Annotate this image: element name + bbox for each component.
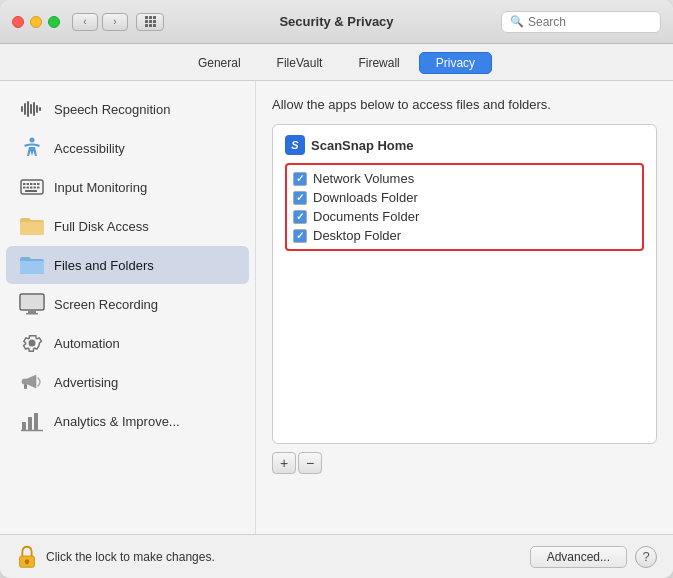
sidebar-item-analytics[interactable]: Analytics & Improve... <box>6 402 249 440</box>
svg-rect-17 <box>34 187 37 189</box>
accessibility-icon <box>18 134 46 162</box>
permission-label: Network Volumes <box>313 171 414 186</box>
remove-button[interactable]: − <box>298 452 322 474</box>
tab-firewall[interactable]: Firewall <box>341 52 416 74</box>
sidebar-item-label: Analytics & Improve... <box>54 414 180 429</box>
svg-rect-10 <box>27 183 30 185</box>
checkbox-network-volumes[interactable] <box>293 172 307 186</box>
waveform-icon <box>18 95 46 123</box>
svg-rect-31 <box>26 561 28 564</box>
maximize-button[interactable] <box>48 16 60 28</box>
gear-icon <box>18 329 46 357</box>
svg-rect-25 <box>22 422 26 430</box>
folder-blue-icon <box>18 251 46 279</box>
svg-rect-12 <box>34 183 37 185</box>
forward-button[interactable]: › <box>102 13 128 31</box>
svg-rect-14 <box>23 187 26 189</box>
grid-button[interactable] <box>136 13 164 31</box>
svg-rect-3 <box>30 104 32 114</box>
bottom-bar: Click the lock to make changes. Advanced… <box>0 534 673 578</box>
sidebar-item-screen-recording[interactable]: Screen Recording <box>6 285 249 323</box>
checkbox-documents-folder[interactable] <box>293 210 307 224</box>
apps-box[interactable]: S ScanSnap Home Network Volumes Download… <box>272 124 657 444</box>
main-content: Speech Recognition Accessibility <box>0 81 673 534</box>
titlebar: ‹ › Security & Privacy 🔍 <box>0 0 673 44</box>
lock-section[interactable]: Click the lock to make changes. <box>16 544 215 570</box>
sidebar-item-label: Automation <box>54 336 120 351</box>
megaphone-icon <box>18 368 46 396</box>
svg-rect-19 <box>25 190 37 192</box>
permission-desktop-folder[interactable]: Desktop Folder <box>293 226 636 245</box>
search-box[interactable]: 🔍 <box>501 11 661 33</box>
svg-rect-21 <box>21 295 43 309</box>
svg-rect-15 <box>27 187 30 189</box>
nav-buttons: ‹ › <box>72 13 128 31</box>
sidebar-item-input-monitoring[interactable]: Input Monitoring <box>6 168 249 206</box>
svg-rect-2 <box>27 101 29 117</box>
svg-rect-22 <box>28 311 36 313</box>
sidebar-item-advertising[interactable]: Advertising <box>6 363 249 401</box>
checkbox-desktop-folder[interactable] <box>293 229 307 243</box>
sidebar-item-label: Accessibility <box>54 141 125 156</box>
window-title: Security & Privacy <box>279 14 393 29</box>
bottom-buttons: Advanced... ? <box>530 546 657 568</box>
svg-rect-27 <box>34 413 38 430</box>
svg-rect-5 <box>36 105 38 113</box>
svg-rect-13 <box>37 183 40 185</box>
svg-rect-24 <box>24 384 27 389</box>
checkbox-downloads-folder[interactable] <box>293 191 307 205</box>
back-button[interactable]: ‹ <box>72 13 98 31</box>
plus-minus-bar: + − <box>272 452 657 474</box>
svg-rect-9 <box>23 183 26 185</box>
panel-description: Allow the apps below to access files and… <box>272 97 657 112</box>
svg-rect-6 <box>39 107 41 111</box>
app-name: ScanSnap Home <box>311 138 414 153</box>
tabs-bar: General FileVault Firewall Privacy <box>0 44 673 81</box>
tab-privacy[interactable]: Privacy <box>419 52 492 74</box>
svg-rect-23 <box>26 313 38 315</box>
sidebar-item-automation[interactable]: Automation <box>6 324 249 362</box>
svg-rect-0 <box>21 106 23 112</box>
help-button[interactable]: ? <box>635 546 657 568</box>
monitor-icon <box>18 290 46 318</box>
chart-icon <box>18 407 46 435</box>
app-icon: S <box>285 135 305 155</box>
sidebar-item-speech-recognition[interactable]: Speech Recognition <box>6 90 249 128</box>
close-button[interactable] <box>12 16 24 28</box>
lock-icon <box>16 544 38 570</box>
traffic-lights <box>12 16 60 28</box>
permission-label: Downloads Folder <box>313 190 418 205</box>
sidebar-item-label: Full Disk Access <box>54 219 149 234</box>
advanced-button[interactable]: Advanced... <box>530 546 627 568</box>
permissions-list: Network Volumes Downloads Folder Documen… <box>285 163 644 251</box>
svg-rect-16 <box>30 187 33 189</box>
sidebar-item-files-and-folders[interactable]: Files and Folders <box>6 246 249 284</box>
search-input[interactable] <box>528 15 652 29</box>
tab-general[interactable]: General <box>181 52 258 74</box>
sidebar-item-label: Advertising <box>54 375 118 390</box>
sidebar-item-label: Input Monitoring <box>54 180 147 195</box>
svg-rect-4 <box>33 102 35 116</box>
permission-label: Desktop Folder <box>313 228 401 243</box>
svg-rect-26 <box>28 417 32 430</box>
grid-icon <box>145 16 156 27</box>
svg-rect-18 <box>37 187 40 189</box>
permission-label: Documents Folder <box>313 209 419 224</box>
tab-filevault[interactable]: FileVault <box>260 52 340 74</box>
permission-downloads-folder[interactable]: Downloads Folder <box>293 188 636 207</box>
svg-rect-11 <box>30 183 33 185</box>
sidebar-item-label: Screen Recording <box>54 297 158 312</box>
lock-text: Click the lock to make changes. <box>46 550 215 564</box>
app-header: S ScanSnap Home <box>279 131 650 159</box>
permission-network-volumes[interactable]: Network Volumes <box>293 169 636 188</box>
add-button[interactable]: + <box>272 452 296 474</box>
permission-documents-folder[interactable]: Documents Folder <box>293 207 636 226</box>
minimize-button[interactable] <box>30 16 42 28</box>
right-panel: Allow the apps below to access files and… <box>256 81 673 534</box>
sidebar-item-accessibility[interactable]: Accessibility <box>6 129 249 167</box>
search-icon: 🔍 <box>510 15 524 28</box>
sidebar-item-full-disk-access[interactable]: Full Disk Access <box>6 207 249 245</box>
svg-point-7 <box>30 138 35 143</box>
folder-icon <box>18 212 46 240</box>
svg-rect-1 <box>24 103 26 115</box>
